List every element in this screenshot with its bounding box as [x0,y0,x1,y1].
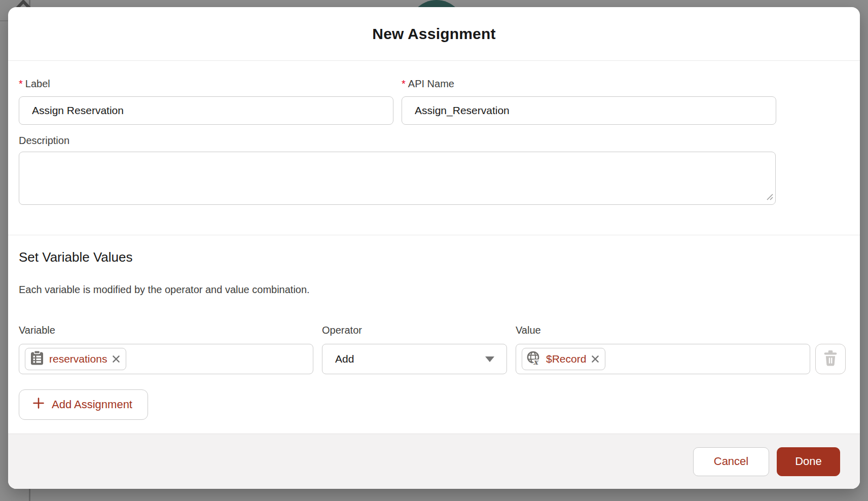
required-asterisk: * [402,78,406,89]
operator-column-label: Operator [322,325,362,336]
done-button[interactable]: Done [777,447,840,476]
api-name-field-label: *API Name [402,78,454,90]
description-field [19,152,776,205]
close-icon[interactable] [112,354,121,364]
api-name-input[interactable] [402,96,776,125]
value-combobox[interactable]: x $Record [516,344,810,374]
add-assignment-label: Add Assignment [52,398,132,411]
modal-title: New Assignment [372,25,495,43]
value-pill[interactable]: x $Record [522,348,605,370]
variable-combobox[interactable]: reservations [19,344,313,374]
value-pill-label: $Record [546,353,586,365]
operator-select[interactable]: Add [322,344,507,374]
delete-assignment-button[interactable] [815,344,846,374]
plus-icon [32,397,45,412]
description-field-label: Description [19,135,69,147]
modal-footer: Cancel Done [8,434,860,489]
trash-icon [823,350,838,369]
resize-handle[interactable] [766,193,773,202]
close-icon[interactable] [591,354,600,364]
variable-pill[interactable]: reservations [25,348,126,370]
value-column-label: Value [516,325,541,336]
new-assignment-modal: New Assignment *Label *API Name Descript… [8,7,860,489]
chevron-down-icon [485,356,494,362]
section-divider [8,235,860,235]
variable-column-label: Variable [19,325,55,336]
set-variable-values-heading: Set Variable Values [19,249,133,265]
required-asterisk: * [19,78,23,89]
variable-pill-label: reservations [49,353,107,365]
global-variable-icon: x [526,350,541,368]
cancel-button[interactable]: Cancel [693,447,769,476]
record-collection-icon [29,350,45,368]
operator-selected-value: Add [335,353,485,365]
add-assignment-button[interactable]: Add Assignment [19,389,148,420]
description-textarea[interactable] [19,152,776,205]
set-variable-values-description: Each variable is modified by the operato… [19,284,310,296]
label-input[interactable] [19,96,393,125]
modal-header: New Assignment [8,7,860,61]
label-field-label: *Label [19,78,50,90]
